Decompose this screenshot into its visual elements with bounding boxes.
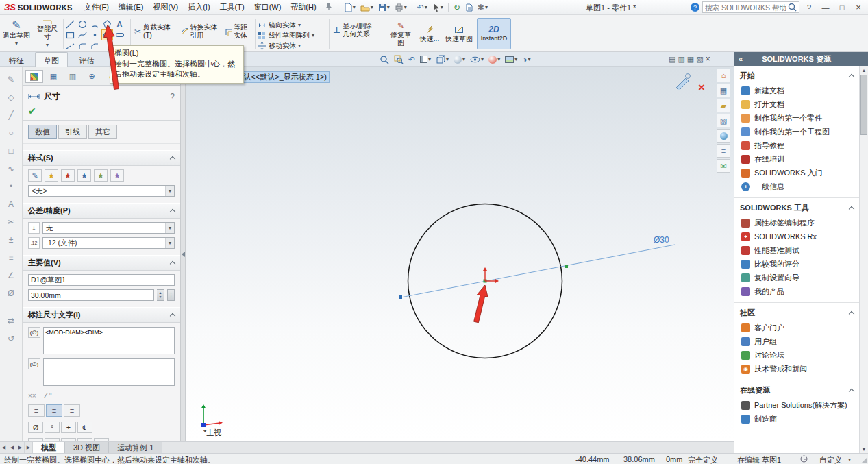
previous-view-button[interactable]: ↶ [408, 53, 416, 65]
taskpane-item-discussion-forum[interactable]: 讨论论坛 [734, 348, 859, 362]
taskpane-item-performance-benchmark[interactable]: 性能基准测试 [734, 243, 859, 257]
unit-system-selector[interactable]: 自定义 [819, 455, 842, 464]
first-tab-button[interactable]: ◀ [0, 442, 8, 453]
dimension-text-position-button[interactable]: (∅) [28, 327, 40, 338]
taskpane-item-new-document[interactable]: 新建文档 [734, 84, 859, 97]
style-section-header[interactable]: 样式(S) [23, 150, 180, 166]
tolerance-tool-icon[interactable]: ± [3, 233, 18, 246]
units-clock-icon[interactable] [800, 455, 808, 464]
dimension-tool-icon[interactable]: ◇ [3, 90, 18, 103]
taskpane-item-tech-alerts[interactable]: ◉技术警戒和新闻 [734, 362, 859, 376]
quick-sketch-button[interactable]: 快速草图 [444, 19, 474, 49]
offset-entities-button[interactable]: 等距实体 [223, 22, 255, 41]
taskpane-item-partner-solutions[interactable]: Partner Solutions(解决方案) [734, 398, 859, 412]
appearances-icon[interactable] [717, 129, 730, 143]
sketch-pencil-icon[interactable]: ✎ [3, 73, 18, 86]
style-add-button[interactable]: ★ [45, 169, 58, 182]
point-tool-button[interactable] [89, 29, 101, 40]
print-button[interactable]: ▾ [393, 1, 409, 14]
last-tab-button[interactable]: ▶ [25, 442, 33, 453]
point-tool-icon[interactable]: • [3, 180, 18, 193]
tab-motion-study[interactable]: 运动算例 1 [109, 442, 162, 453]
fillet-tool-button[interactable] [77, 40, 88, 51]
tab-evaluate[interactable]: 评估 [70, 52, 103, 69]
dual-dimension-icon[interactable]: ×× [28, 392, 36, 400]
collapse-chevron-icon[interactable] [170, 261, 175, 267]
diameter-dimension-line[interactable] [401, 245, 675, 297]
dimension-name-input[interactable] [28, 274, 175, 286]
options-button[interactable]: ✱▾ [475, 1, 490, 14]
instant2d-button[interactable]: 2D Instant2D [477, 18, 511, 49]
ok-check-button[interactable]: ✔ [28, 106, 36, 117]
new-document-button[interactable]: ▾ [342, 1, 358, 14]
text-tool-button[interactable]: A [114, 19, 125, 29]
rectangle-tool-button[interactable] [64, 29, 76, 40]
search-icon[interactable] [788, 3, 797, 12]
forum-tab-icon[interactable]: ✉ [717, 159, 730, 173]
zoom-area-button[interactable] [393, 53, 404, 65]
apply-scene-button[interactable]: ▾ [504, 53, 518, 65]
diameter-symbol-button[interactable]: Ø [28, 422, 43, 433]
home-icon[interactable]: ⌂ [717, 69, 730, 82]
pin-menu-icon[interactable] [325, 3, 332, 12]
close-button[interactable]: × [852, 1, 865, 13]
display-pane-tab[interactable]: ▥ [64, 70, 82, 83]
repair-sketch-button[interactable]: ✎ 修复草图 [386, 19, 415, 49]
justify-left-button[interactable]: ≡ [28, 404, 45, 417]
collapse-pane-icon[interactable]: « [739, 55, 743, 63]
split-pane-icon[interactable]: ▤ [669, 55, 675, 64]
chamfer-tool-button[interactable] [89, 40, 101, 51]
taskpane-item-general-info[interactable]: i一般信息 [734, 180, 859, 193]
smart-dimension-button[interactable]: 智能尺寸 ▾ [33, 17, 62, 50]
undo-button[interactable]: ↶▾ [415, 1, 430, 14]
taskpane-item-first-drawing[interactable]: 制作我的第一个工程图 [734, 125, 859, 138]
taskpane-item-solidworks-rx[interactable]: +SOLIDWORKS Rx [734, 230, 859, 243]
style-apply-default-button[interactable]: ✎ [28, 169, 42, 182]
menu-help[interactable]: 帮助(H) [286, 1, 321, 14]
trim-entities-button[interactable]: ✂ 剪裁实体(T) [133, 22, 178, 41]
linear-sketch-pattern-button[interactable]: 线性草图阵列▾ [258, 30, 314, 40]
dimension-text-area[interactable]: <MOD-DIAM><DIM> [43, 327, 175, 354]
tab-features[interactable]: 特征 [0, 52, 33, 69]
taskpane-item-customer-portal[interactable]: 客户门户 [734, 321, 859, 334]
polygon-tool-button[interactable] [101, 19, 113, 29]
file-properties-button[interactable] [463, 1, 475, 14]
panel-splitter[interactable] [181, 67, 186, 441]
taskpane-item-open-document[interactable]: 打开文档 [734, 97, 859, 111]
scroll-down-button[interactable]: ▼ [860, 445, 868, 453]
circle-tool-button[interactable] [77, 19, 88, 29]
line-tool-button[interactable] [64, 19, 76, 29]
taskpane-item-first-part[interactable]: 制作我的第一个零件 [734, 111, 859, 125]
dimension-handle-left[interactable] [399, 295, 402, 299]
plus-minus-symbol-button[interactable]: ± [61, 422, 76, 433]
view-palette-icon[interactable]: ▨ [717, 114, 730, 127]
trim-tool-icon[interactable]: ✂ [3, 215, 18, 228]
scrollbar-thumb[interactable] [860, 75, 867, 135]
dimension-text-position-button-2[interactable]: (∅) [28, 358, 40, 369]
taskpane-item-online-training[interactable]: 在线培训 [734, 152, 859, 166]
two-pane-icon[interactable]: ▥ [678, 55, 684, 64]
task-pane-scrollbar[interactable]: ▲ ▼ [859, 66, 868, 453]
rectangle-tool-icon[interactable]: □ [3, 144, 18, 157]
collapse-chevron-icon[interactable] [849, 206, 854, 212]
rotate-tool-icon[interactable]: ↺ [3, 332, 18, 345]
tab-other[interactable]: 其它 [88, 125, 117, 139]
pattern-tool-icon[interactable]: ≡ [3, 251, 18, 264]
collapse-chevron-icon[interactable] [849, 389, 854, 394]
quick-snaps-button[interactable]: 快速... [417, 19, 443, 49]
collapse-chevron-icon[interactable] [849, 311, 854, 317]
value-thumbwheel[interactable]: ⋮ [167, 289, 175, 301]
dimension-value-input[interactable] [28, 289, 154, 301]
degree-symbol-button[interactable]: ° [45, 422, 60, 433]
cancel-sketch-icon[interactable]: × [698, 81, 705, 95]
tab-sketch[interactable]: 草图 [35, 52, 68, 69]
custom-properties-icon[interactable]: ≡ [717, 144, 730, 158]
taskpane-item-getting-started[interactable]: SOLIDWORKS 入门 [734, 166, 859, 180]
mirror-entities-button[interactable]: 镜向实体▾ [258, 20, 301, 30]
select-button[interactable]: ▾ [430, 1, 445, 14]
taskpane-item-user-groups[interactable]: 用户组 [734, 334, 859, 348]
hide-show-items-button[interactable]: ▾ [469, 53, 484, 65]
dimension-text-area-2[interactable] [43, 358, 175, 386]
taskpane-item-tutorials[interactable]: 指导教程 [734, 138, 859, 152]
panel-help-icon[interactable]: ? [170, 92, 175, 101]
